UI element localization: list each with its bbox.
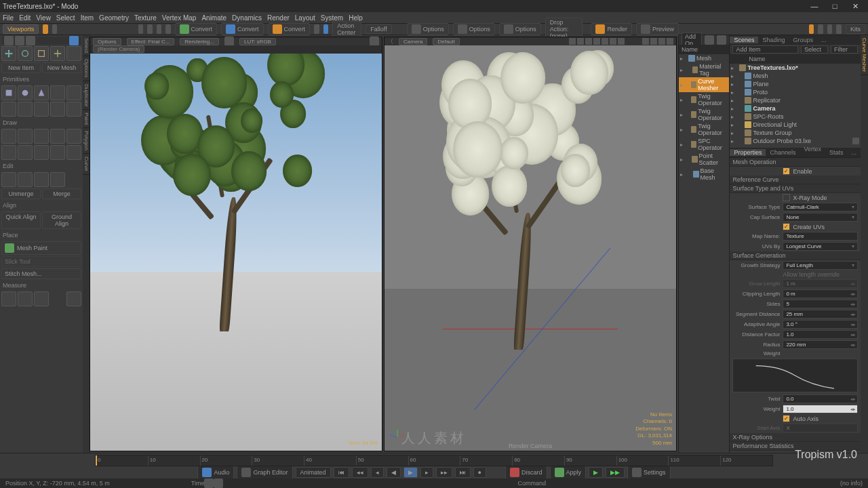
groundalign-button[interactable]: Ground Align xyxy=(42,211,81,229)
menu-help[interactable]: Help xyxy=(349,14,363,22)
tool-icon[interactable] xyxy=(314,24,319,34)
tab-scenes[interactable]: Scenes xyxy=(730,37,758,43)
filter-dropdown[interactable]: Filter xyxy=(831,45,858,54)
animated-dropdown[interactable]: Animated xyxy=(296,467,331,478)
growth-dropdown[interactable]: Full Length▾ xyxy=(783,261,858,270)
cube-tool[interactable] xyxy=(1,85,16,100)
menu-dynamics[interactable]: Dynamics xyxy=(232,14,262,22)
menu-texture[interactable]: Texture xyxy=(134,14,157,22)
options-button[interactable]: Options xyxy=(453,23,495,35)
surfacetype-dropdown[interactable]: Catmull-Clark▾ xyxy=(783,203,858,211)
vp-camera-tab[interactable]: (Render Camera) xyxy=(93,45,144,53)
grapheditor-button[interactable]: Graph Editor xyxy=(237,466,292,479)
edit-tool[interactable] xyxy=(1,172,16,187)
close-button[interactable]: ✕ xyxy=(845,1,865,12)
timeline[interactable]: 0102030405060708090100110120 xyxy=(95,455,773,466)
draw-tool[interactable] xyxy=(50,129,65,144)
vp-icon[interactable] xyxy=(224,37,234,46)
startaxis-dropdown[interactable]: X xyxy=(783,424,858,432)
timeline-cursor[interactable] xyxy=(96,455,97,466)
quickalign-button[interactable]: Quick Align xyxy=(1,211,41,229)
vp-opt-icon[interactable] xyxy=(618,38,625,45)
sect-surfgen[interactable]: Surface Generation xyxy=(730,251,861,260)
draw-tool[interactable] xyxy=(1,145,16,160)
convert-button[interactable]: Convert xyxy=(268,23,311,35)
tree-item[interactable]: ▸Base Mesh xyxy=(679,167,729,182)
menu-edit[interactable]: Edit xyxy=(19,14,31,22)
additem-dropdown[interactable]: Add Item xyxy=(732,45,798,54)
vp-options[interactable]: Options xyxy=(93,38,121,45)
arrow-icon[interactable] xyxy=(15,36,24,45)
menu-animate[interactable]: Animate xyxy=(201,14,226,22)
menu-view[interactable]: View xyxy=(36,14,51,22)
twist-field[interactable]: 0.0 xyxy=(783,394,858,403)
menu-render[interactable]: Render xyxy=(267,14,290,22)
tree-item[interactable]: ▸Twig Operator xyxy=(679,92,729,107)
measure-tool[interactable] xyxy=(1,291,16,306)
vp-nav-icon[interactable] xyxy=(658,38,665,45)
status-icon[interactable] xyxy=(204,479,214,488)
enable-checkbox[interactable]: ✓ xyxy=(783,167,790,175)
select-dropdown[interactable]: Select xyxy=(801,45,828,54)
sect-refcurve[interactable]: Reference Curve xyxy=(730,176,861,184)
menu-item[interactable]: Item xyxy=(81,14,94,22)
arrow-icon[interactable] xyxy=(4,36,14,45)
sect-xray[interactable]: X-Ray Options xyxy=(730,433,861,442)
prev-frame-button[interactable]: ◂ xyxy=(371,467,384,478)
uvsby-dropdown[interactable]: Longest Curve▾ xyxy=(783,242,858,251)
prim-tool[interactable] xyxy=(1,102,16,117)
play-button[interactable]: ▶ xyxy=(403,467,418,478)
tab-channels[interactable]: Channels xyxy=(766,149,800,156)
draw-tool[interactable] xyxy=(34,145,49,160)
prev-key-button[interactable]: ◂◂ xyxy=(352,467,368,478)
mode-icon[interactable] xyxy=(43,24,48,34)
measure-tool[interactable] xyxy=(18,291,33,306)
mode-icon[interactable] xyxy=(52,24,58,34)
gl-viewport[interactable]: 〈 Camera Default xyxy=(384,37,677,451)
draw-tool[interactable] xyxy=(18,145,33,160)
vp-effect[interactable]: Effect: Final C... xyxy=(127,38,175,45)
kits-button[interactable]: Kits xyxy=(846,24,865,34)
menu-vertexmap[interactable]: Vertex Map xyxy=(162,14,197,22)
tree-item[interactable]: ▸Mesh xyxy=(679,54,729,62)
render-button[interactable]: Render xyxy=(591,23,632,35)
vp-camera[interactable]: Camera xyxy=(399,38,427,45)
draw-tool[interactable] xyxy=(50,145,65,160)
stitchmesh-button[interactable]: Stitch Mesh... xyxy=(1,268,81,279)
draw-tool[interactable] xyxy=(1,129,16,144)
edit-tool[interactable] xyxy=(18,172,33,187)
newitem-button[interactable]: New Item xyxy=(1,62,41,73)
merge-button[interactable]: Merge xyxy=(42,188,81,199)
min-button[interactable]: — xyxy=(804,1,825,12)
transform-tool[interactable] xyxy=(50,46,65,61)
tree-item[interactable]: ▸Plane xyxy=(730,80,861,88)
cone-tool[interactable] xyxy=(34,85,49,100)
skip-end-button[interactable]: ⏭ xyxy=(455,467,471,478)
prim-tool[interactable] xyxy=(18,102,33,117)
tree-item[interactable]: ▸Point Scatter xyxy=(679,152,729,167)
tab-curvemesher[interactable]: Curve Mesher xyxy=(861,35,868,75)
sel-edge-icon[interactable] xyxy=(147,24,153,34)
tab-properties[interactable]: Properties xyxy=(730,149,766,156)
play2-button[interactable]: ▶ xyxy=(589,467,603,478)
time-button[interactable]: Time xyxy=(191,480,205,487)
draw-tool[interactable] xyxy=(18,129,33,144)
kit-icon[interactable] xyxy=(827,24,833,34)
menu-layout[interactable]: Layout xyxy=(295,14,315,22)
createuvs-checkbox[interactable]: ✓ xyxy=(783,223,790,230)
sides-field[interactable]: 5 xyxy=(783,300,858,308)
tool-icon[interactable] xyxy=(323,24,329,34)
clipping-field[interactable]: 0 m xyxy=(783,289,858,298)
scene-list[interactable]: ▸TreeTextures.lxo*▸Mesh▸Plane▸Proto▸Repl… xyxy=(730,64,861,145)
segdist-field[interactable]: 25 mm xyxy=(783,310,858,319)
refresh-icon[interactable] xyxy=(69,36,79,45)
vp-arrow-icon[interactable]: 〈 xyxy=(387,37,393,46)
rotate-tool[interactable] xyxy=(18,46,33,61)
menu-geometry[interactable]: Geometry xyxy=(99,14,129,22)
status-icon[interactable] xyxy=(214,479,223,488)
measure-tool[interactable] xyxy=(34,291,49,306)
move-tool[interactable] xyxy=(1,46,16,61)
tab-stats[interactable]: Stats xyxy=(825,149,848,156)
tree-item[interactable]: ▸Mesh xyxy=(730,72,861,80)
vp-opt-icon[interactable] xyxy=(569,38,576,45)
